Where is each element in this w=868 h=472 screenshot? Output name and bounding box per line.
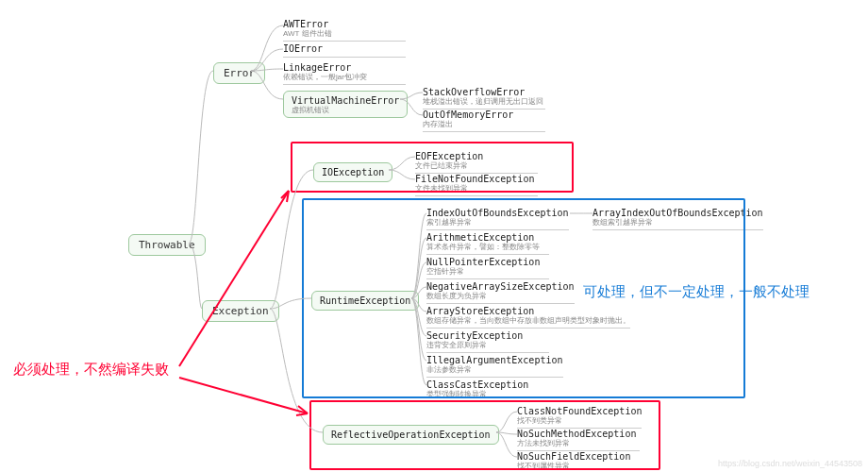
label: Error <box>224 67 255 79</box>
node-exception[interactable]: Exception <box>202 300 279 322</box>
vm-leaf-1: OutOfMemoryError内存溢出 <box>423 108 545 135</box>
node-throwable[interactable]: Throwable <box>128 234 206 256</box>
error-leaf-2: LinkageError依赖错误，一般jar包冲突 <box>283 60 406 88</box>
highlight-reflect-red <box>309 400 660 470</box>
node-error[interactable]: Error <box>213 62 265 84</box>
label: Exception <box>212 305 269 317</box>
watermark: https://blog.csdn.net/weixin_44543508 <box>718 459 862 468</box>
annotation-blue: 可处理，但不一定处理，一般不处理 <box>583 283 810 301</box>
error-leaf-0: AWTErrorAWT 组件出错 <box>283 17 406 44</box>
node-vm-error[interactable]: VirtualMachineError虚拟机错误 <box>283 91 408 118</box>
error-leaf-1: IOError <box>283 42 406 60</box>
label: Throwable <box>139 239 195 251</box>
annotation-red: 必须处理，不然编译失败 <box>13 361 169 379</box>
highlight-io-red <box>291 142 574 193</box>
